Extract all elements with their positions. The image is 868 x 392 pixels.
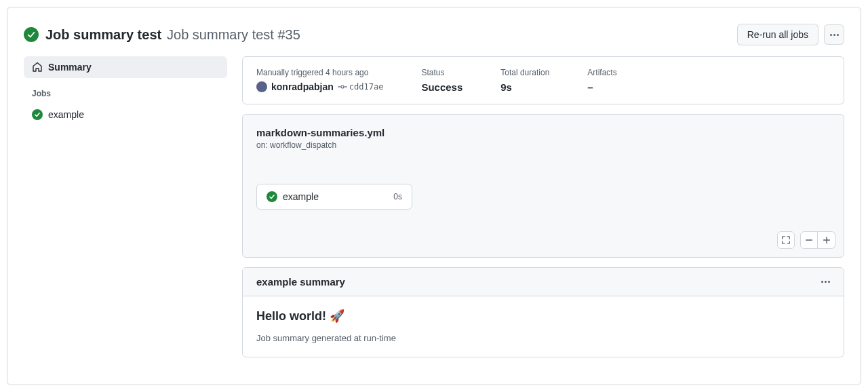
- workflow-title: Job summary test: [45, 27, 161, 42]
- status-value: Success: [421, 81, 462, 93]
- status-label: Status: [421, 68, 462, 77]
- run-label: Job summary test #35: [167, 27, 300, 42]
- zoom-out-button[interactable]: [800, 231, 818, 249]
- triggered-label: Manually triggered 4 hours ago: [256, 68, 383, 77]
- meta-artifacts: Artifacts –: [587, 68, 616, 93]
- main-content: Manually triggered 4 hours ago konradpab…: [242, 56, 844, 357]
- summary-heading: Hello world! 🚀: [256, 309, 830, 324]
- more-actions-button[interactable]: [824, 24, 844, 45]
- home-icon: [32, 62, 43, 73]
- sidebar: Summary Jobs example: [24, 56, 227, 357]
- duration-label: Total duration: [500, 68, 549, 77]
- summary-header: example summary: [243, 268, 844, 296]
- avatar: [256, 81, 267, 92]
- job-name: example: [283, 191, 388, 202]
- run-page: Job summary test Job summary test #35 Re…: [7, 7, 861, 385]
- workflow-file-name: markdown-summaries.yml: [256, 127, 830, 138]
- status-success-icon: [267, 191, 277, 202]
- zoom-controls: [800, 231, 835, 249]
- sidebar-item-job-example[interactable]: example: [24, 104, 227, 125]
- meta-status: Status Success: [421, 68, 462, 93]
- fullscreen-button[interactable]: [777, 231, 795, 249]
- workflow-graph-card: markdown-summaries.yml on: workflow_disp…: [242, 114, 844, 258]
- status-success-icon: [24, 27, 39, 42]
- job-node-example[interactable]: example 0s: [256, 184, 412, 210]
- body: Summary Jobs example Manually triggered …: [24, 56, 844, 357]
- workflow-trigger-label: on: workflow_dispatch: [256, 140, 830, 150]
- header-actions: Re-run all jobs: [737, 24, 844, 45]
- summary-title: example summary: [256, 276, 345, 288]
- kebab-icon: [830, 34, 839, 36]
- username-link[interactable]: konradpabjan: [271, 81, 334, 92]
- fullscreen-icon: [781, 235, 791, 245]
- header-title-group: Job summary test Job summary test #35: [24, 27, 300, 43]
- zoom-in-button[interactable]: [818, 231, 835, 249]
- commit-hash-text: cdd17ae: [349, 82, 384, 92]
- graph-controls: [777, 231, 835, 249]
- svg-point-0: [341, 85, 344, 88]
- status-success-icon: [32, 109, 43, 120]
- job-summary-card: example summary Hello world! 🚀 Job summa…: [242, 267, 844, 357]
- minus-icon: [804, 235, 814, 245]
- sidebar-jobs-heading: Jobs: [24, 83, 227, 104]
- summary-text: Job summary generated at run-time: [256, 333, 830, 343]
- artifacts-label: Artifacts: [587, 68, 616, 77]
- sidebar-summary-label: Summary: [48, 62, 92, 73]
- artifacts-value: –: [587, 81, 616, 93]
- duration-value: 9s: [500, 81, 549, 93]
- meta-duration: Total duration 9s: [500, 68, 549, 93]
- sidebar-job-label: example: [48, 109, 84, 120]
- plus-icon: [822, 235, 831, 245]
- page-header: Job summary test Job summary test #35 Re…: [24, 24, 844, 45]
- commit-icon: [338, 82, 347, 92]
- commit-link[interactable]: cdd17ae: [338, 82, 384, 92]
- sidebar-item-summary[interactable]: Summary: [24, 56, 227, 78]
- title-wrap: Job summary test Job summary test #35: [45, 27, 300, 43]
- summary-more-button[interactable]: [821, 281, 830, 283]
- run-meta-card: Manually triggered 4 hours ago konradpab…: [242, 56, 844, 104]
- meta-trigger: Manually triggered 4 hours ago konradpab…: [256, 68, 383, 93]
- summary-body: Hello world! 🚀 Job summary generated at …: [243, 296, 844, 357]
- triggered-by-row: konradpabjan cdd17ae: [256, 81, 383, 92]
- rerun-all-button[interactable]: Re-run all jobs: [737, 24, 818, 45]
- job-duration: 0s: [393, 192, 402, 201]
